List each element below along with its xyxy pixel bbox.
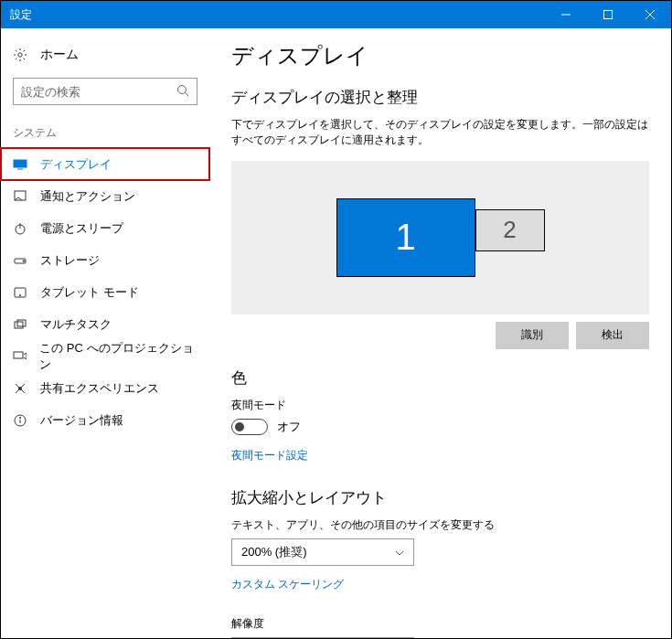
night-mode-label: 夜間モード (231, 398, 649, 413)
toggle-state: オフ (277, 419, 301, 435)
tablet-icon (13, 287, 27, 298)
sidebar-item-label: ストレージ (40, 252, 100, 269)
sidebar-item-label: この PC へのプロジェクション (39, 340, 197, 373)
display-arrangement[interactable]: 1 2 (231, 161, 649, 314)
sidebar-item-label: バージョン情報 (40, 412, 123, 429)
svg-point-24 (19, 417, 20, 418)
svg-rect-16 (15, 322, 23, 328)
identify-button[interactable]: 識別 (496, 322, 569, 349)
svg-point-4 (18, 53, 22, 57)
power-icon (13, 222, 27, 235)
search-box[interactable] (13, 78, 197, 105)
sidebar-item-label: 電源とスリープ (40, 220, 123, 237)
svg-point-15 (19, 294, 20, 295)
color-heading: 色 (231, 367, 649, 389)
close-button[interactable] (629, 1, 671, 28)
window-title: 設定 (10, 7, 32, 23)
sidebar-item-label: 共有エクスペリエンス (40, 380, 159, 397)
night-mode-toggle[interactable] (231, 419, 268, 435)
sidebar-item-label: タブレット モード (40, 284, 139, 301)
monitor-icon (13, 159, 27, 170)
svg-point-5 (178, 85, 187, 93)
resolution-label: 解像度 (231, 616, 649, 632)
arrange-description: 下でディスプレイを選択して、そのディスプレイの設定を変更します。一部の設定はすべ… (231, 117, 649, 148)
gear-icon (13, 48, 27, 62)
svg-line-6 (186, 92, 189, 96)
svg-point-13 (23, 260, 25, 261)
page-title: ディスプレイ (231, 41, 649, 70)
sidebar-item-multitask[interactable]: マルチタスク (1, 308, 209, 340)
titlebar: 設定 (1, 1, 671, 28)
scale-heading: 拡大縮小とレイアウト (231, 487, 649, 508)
resolution-select[interactable]: 3840 × 2160 (推奨) (231, 637, 414, 638)
share-icon (13, 382, 27, 395)
sidebar-item-projection[interactable]: この PC へのプロジェクション (1, 340, 209, 372)
info-icon (13, 414, 27, 427)
sidebar-item-shared[interactable]: 共有エクスペリエンス (1, 372, 209, 404)
svg-rect-17 (17, 320, 26, 326)
scale-value: 200% (推奨) (241, 544, 307, 560)
scale-select[interactable]: 200% (推奨) (231, 538, 414, 566)
search-icon (176, 84, 189, 100)
monitor-2[interactable]: 2 (475, 209, 545, 251)
monitor-1[interactable]: 1 (336, 198, 475, 277)
svg-rect-1 (604, 11, 613, 19)
minimize-button[interactable] (545, 1, 587, 28)
scale-label: テキスト、アプリ、その他の項目のサイズを変更する (231, 517, 649, 533)
sidebar-item-label: ディスプレイ (40, 156, 112, 173)
multitask-icon (13, 319, 27, 329)
sidebar-item-label: マルチタスク (40, 316, 112, 333)
custom-scaling-link[interactable]: カスタム スケーリング (231, 577, 344, 592)
home-button[interactable]: ホーム (1, 41, 209, 72)
projection-icon (13, 351, 27, 362)
search-input[interactable] (21, 85, 176, 99)
section-label: システム (1, 118, 209, 146)
sidebar-item-notifications[interactable]: 通知とアクション (1, 180, 209, 212)
maximize-button[interactable] (587, 1, 629, 28)
storage-icon (13, 256, 27, 265)
home-label: ホーム (40, 47, 79, 63)
chevron-down-icon (395, 545, 404, 559)
sidebar: ホーム システム ディスプレイ 通知とアクション 電源とスリープ (1, 28, 209, 638)
arrange-heading: ディスプレイの選択と整理 (231, 87, 649, 108)
sidebar-item-tablet[interactable]: タブレット モード (1, 276, 209, 308)
night-mode-settings-link[interactable]: 夜間モード設定 (231, 448, 308, 463)
sidebar-item-label: 通知とアクション (40, 188, 135, 205)
detect-button[interactable]: 検出 (576, 322, 649, 349)
svg-rect-18 (14, 352, 23, 358)
sidebar-item-power[interactable]: 電源とスリープ (1, 212, 209, 244)
content: ディスプレイ ディスプレイの選択と整理 下でディスプレイを選択して、そのディスプ… (209, 28, 671, 638)
svg-rect-7 (14, 160, 27, 167)
sidebar-item-storage[interactable]: ストレージ (1, 244, 209, 276)
sidebar-item-display[interactable]: ディスプレイ (1, 148, 209, 180)
sidebar-item-about[interactable]: バージョン情報 (1, 404, 209, 436)
notification-icon (13, 190, 27, 203)
